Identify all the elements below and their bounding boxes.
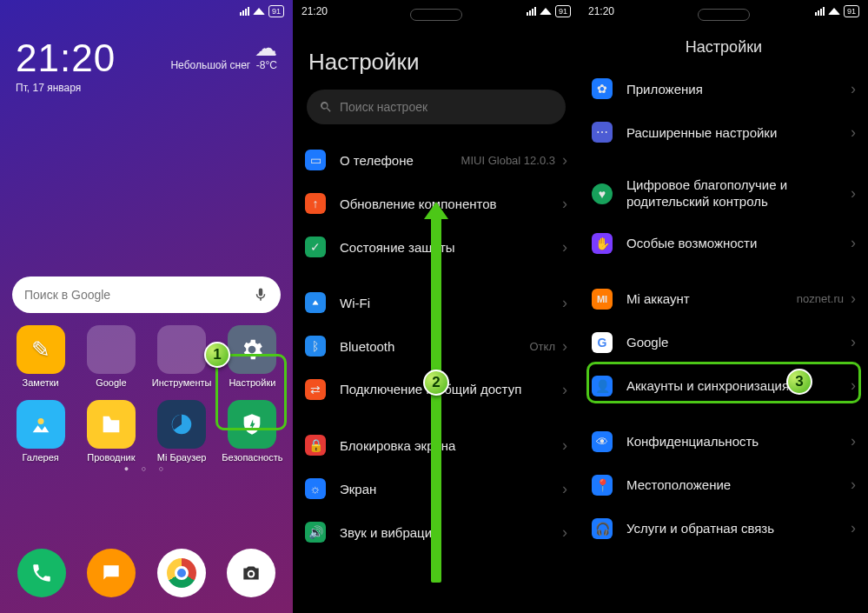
notch-icon — [698, 9, 750, 21]
headset-icon: 🎧 — [592, 518, 613, 539]
dots-icon: ⋯ — [592, 122, 613, 143]
row-label: Звук и вибрация — [340, 525, 555, 540]
battery-icon: 91 — [555, 5, 571, 17]
row-sub: MIUI Global 12.0.3 — [461, 154, 555, 167]
chevron-right-icon: › — [851, 234, 856, 252]
row-accounts[interactable]: 👤 Аккаунты и синхронизация › — [580, 364, 868, 408]
row-location[interactable]: 📍 Местоположение › — [580, 463, 868, 507]
chevron-right-icon: › — [851, 432, 856, 450]
google-search-bar[interactable]: Поиск в Google — [12, 277, 281, 313]
chevron-right-icon: › — [562, 195, 567, 213]
gear-icon — [228, 325, 276, 374]
row-wellbeing[interactable]: ♥ Цифровое благополучие и родительский к… — [580, 166, 868, 222]
chevron-right-icon: › — [562, 381, 567, 399]
chevron-right-icon: › — [562, 238, 567, 257]
row-apps[interactable]: ✿ Приложения › — [580, 67, 868, 110]
apps-icon: ✿ — [592, 78, 613, 99]
mic-icon[interactable] — [253, 287, 268, 303]
row-google[interactable]: G Google › — [580, 321, 868, 364]
app-browser[interactable]: Mi Браузер — [149, 400, 215, 463]
chevron-right-icon: › — [851, 333, 856, 351]
page-title: Настройки — [293, 23, 580, 86]
battery-icon: 91 — [268, 5, 284, 17]
phone-icon[interactable] — [17, 549, 66, 597]
chevron-right-icon: › — [851, 184, 856, 203]
chevron-right-icon: › — [562, 436, 567, 455]
step-badge-1: 1 — [204, 342, 230, 368]
chevron-right-icon: › — [851, 290, 856, 308]
shield-icon — [228, 400, 276, 449]
weather-widget[interactable]: ☁ Небольшой снег -8°C — [170, 37, 277, 94]
cloud-icon: ☁ — [170, 37, 277, 59]
row-label: Приложения — [626, 82, 844, 97]
app-gallery[interactable]: Галерея — [7, 400, 74, 463]
wifi-icon — [253, 8, 265, 15]
row-mi-account[interactable]: MI Mi аккаунт noznet.ru › — [580, 277, 868, 321]
row-label: Wi-Fi — [340, 296, 547, 310]
row-sub — [552, 297, 555, 310]
battery-icon: 91 — [844, 5, 859, 17]
chrome-icon[interactable] — [157, 549, 206, 597]
wifi-icon — [540, 8, 552, 15]
dock — [0, 540, 293, 613]
app-label: Mi Браузер — [157, 452, 207, 463]
wifi-icon — [828, 8, 840, 15]
row-feedback[interactable]: 🎧 Услуги и обратная связь › — [580, 507, 868, 550]
step-badge-2: 2 — [423, 370, 449, 396]
statusbar: 21:20 91 — [293, 0, 580, 23]
chevron-right-icon: › — [851, 476, 856, 494]
wifi-icon — [305, 292, 326, 313]
row-sub: Откл — [530, 340, 556, 353]
row-privacy[interactable]: 👁 Конфиденциальность › — [580, 420, 868, 463]
weather-text: Небольшой снег — [170, 59, 250, 71]
chevron-right-icon: › — [851, 519, 856, 537]
folder-file-icon — [87, 400, 136, 449]
app-label: Заметки — [23, 377, 59, 388]
globe-icon — [157, 400, 206, 449]
user-icon: 👤 — [592, 376, 613, 396]
row-advanced[interactable]: ⋯ Расширенные настройки › — [580, 110, 868, 154]
row-accessibility[interactable]: ✋ Особые возможности › — [580, 222, 868, 265]
eye-icon: 👁 — [592, 431, 613, 452]
chevron-right-icon: › — [562, 337, 567, 356]
row-sub: noznet.ru — [797, 292, 844, 305]
statusbar: 91 — [0, 0, 293, 23]
accessibility-icon: ✋ — [592, 233, 613, 254]
page-title: Настройки — [580, 23, 868, 67]
row-label: Mi аккаунт — [626, 291, 792, 306]
search-placeholder: Поиск в Google — [24, 288, 110, 302]
signal-icon — [527, 7, 536, 16]
wellbeing-icon: ♥ — [592, 183, 613, 204]
app-grid: ✎ Заметки Google Инструменты — [0, 313, 293, 463]
signal-icon — [815, 7, 825, 16]
row-label: Услуги и обратная связь — [626, 521, 844, 536]
google-g-icon: G — [592, 332, 613, 353]
folder-icon — [87, 325, 136, 374]
volume-icon: 🔊 — [305, 522, 326, 543]
notch-icon — [410, 9, 462, 21]
app-label: Инструменты — [152, 377, 212, 388]
app-notes[interactable]: ✎ Заметки — [7, 325, 74, 388]
weather-temp: -8°C — [256, 59, 277, 71]
clock-date: Пт, 17 января — [16, 82, 116, 94]
row-label: О телефоне — [340, 153, 456, 168]
row-label: Экран — [340, 482, 555, 496]
camera-icon[interactable] — [227, 549, 275, 597]
clock-time: 21:20 — [16, 37, 116, 80]
app-security[interactable]: Безопасность — [219, 400, 286, 463]
app-label: Безопасность — [222, 452, 282, 463]
row-about-phone[interactable]: ▭ О телефоне MIUI Global 12.0.3 › — [293, 138, 580, 182]
row-label: Google — [626, 335, 844, 350]
message-icon[interactable] — [87, 549, 136, 597]
app-label: Проводник — [87, 452, 135, 463]
settings-search[interactable]: Поиск настроек — [307, 90, 566, 124]
folder-icon — [157, 325, 206, 374]
app-files[interactable]: Проводник — [77, 400, 144, 463]
row-label: Особые возможности — [626, 236, 844, 250]
svg-point-0 — [37, 418, 43, 424]
lock-icon: 🔒 — [305, 435, 326, 456]
row-label: Конфиденциальность — [626, 434, 844, 449]
status-time: 21:20 — [301, 5, 328, 17]
arrow-up-icon: ↑ — [305, 193, 326, 214]
app-folder-google[interactable]: Google — [77, 325, 144, 388]
